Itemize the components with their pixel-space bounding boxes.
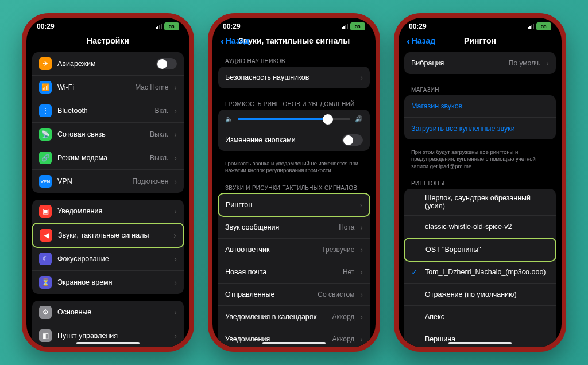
row-label: Звуки, тактильные сигналы: [58, 231, 168, 239]
row-value: Нет: [343, 268, 354, 276]
sound-store-link[interactable]: Магазин звуков: [404, 95, 556, 118]
row-label: Автоответчик: [225, 246, 316, 254]
row-icon: ◀: [40, 229, 52, 242]
settings-row[interactable]: 📡Сотовая связьВыкл.›: [32, 123, 184, 146]
signal-icon: [342, 24, 348, 29]
toggle[interactable]: [156, 58, 177, 69]
phone-sounds: 00:29 55 Назад Звуки, тактильные сигналы…: [208, 13, 380, 352]
change-with-buttons-row[interactable]: Изменение кнопками: [218, 129, 370, 151]
home-indicator[interactable]: [76, 342, 140, 344]
row-icon: ⋮: [39, 104, 52, 117]
row-value: Mac Home: [135, 83, 168, 91]
settings-row[interactable]: VPNVPNПодключен›: [32, 170, 184, 193]
settings-row[interactable]: ✈Авиарежим: [32, 52, 184, 76]
row-value: Подключен: [133, 177, 169, 185]
footnote: Громкость звонка и уведомлений не изменя…: [218, 158, 370, 179]
signal-icon: [156, 24, 162, 29]
section-label: МАГАЗИН: [404, 81, 556, 95]
row-value: Вкл.: [155, 107, 169, 115]
chevron-icon: ›: [174, 106, 177, 115]
row-icon: VPN: [39, 175, 52, 188]
volume-slider[interactable]: 🔈🔊: [218, 110, 370, 129]
chevron-icon: ›: [174, 177, 177, 186]
chevron-icon: ›: [174, 331, 177, 340]
sound-row[interactable]: АвтоответчикТрезвучие›: [218, 239, 370, 261]
home-indicator[interactable]: [262, 342, 326, 344]
chevron-icon: ›: [360, 73, 363, 82]
ringtone-row[interactable]: classic-whistle-old-spice-v2: [404, 216, 556, 238]
check-icon: ✓: [411, 267, 419, 277]
chevron-icon: ›: [360, 290, 363, 299]
settings-row[interactable]: ▣Уведомления›: [32, 200, 184, 223]
settings-row[interactable]: ⋮BluetoothВкл.›: [32, 99, 184, 123]
chevron-icon: ›: [174, 130, 177, 139]
ringtone-row[interactable]: OST "Воронины": [404, 238, 556, 262]
settings-row[interactable]: ◀Звуки, тактильные сигналы›: [32, 223, 184, 248]
settings-row[interactable]: 📶Wi-FiMac Home›: [32, 76, 184, 99]
chevron-icon: ›: [360, 312, 363, 321]
row-label: Новая почта: [225, 268, 337, 276]
settings-row[interactable]: ☾Фокусирование›: [32, 247, 184, 271]
settings-row[interactable]: ⚙Основные›: [32, 301, 184, 324]
home-indicator[interactable]: [448, 342, 512, 344]
chevron-icon: ›: [174, 153, 177, 162]
row-label: Отправленные: [225, 290, 312, 298]
chevron-icon: ›: [360, 223, 363, 232]
section-label: РИНГТОНЫ: [404, 174, 556, 189]
battery-icon: 55: [536, 22, 551, 30]
ringtone-row[interactable]: Шерлок, саундтрек обрезанный (усил): [404, 189, 556, 216]
ringtone-row[interactable]: Отражение (по умолчанию): [404, 284, 556, 306]
section-label: ЗВУКИ И РИСУНКИ ТАКТИЛЬНЫХ СИГНАЛОВ: [218, 179, 370, 193]
row-label: Уведомления: [57, 207, 168, 215]
settings-row[interactable]: ⏳Экранное время›: [32, 271, 184, 294]
row-icon: 📶: [39, 81, 52, 94]
row-value: Выкл.: [150, 130, 168, 138]
vibration-row[interactable]: ВибрацияПо умолч.›: [404, 52, 556, 74]
chevron-icon: ›: [359, 200, 362, 209]
download-purchased-link[interactable]: Загрузить все купленные звуки: [404, 118, 556, 139]
row-label: Сотовая связь: [57, 130, 144, 138]
row-label: Рингтон: [226, 201, 354, 209]
ringtone-label: Tom_i_Dzherri_Nachalo_(mp3co.ooo): [425, 268, 549, 276]
row-icon: 📡: [39, 128, 52, 141]
chevron-icon: ›: [174, 278, 177, 287]
sound-row[interactable]: Новая почтаНет›: [218, 261, 370, 284]
page-title: Настройки: [26, 33, 189, 51]
section-label: ГРОМКОСТЬ РИНГТОНОВ И УВЕДОМЛЕНИЙ: [218, 95, 370, 110]
toggle[interactable]: [342, 134, 363, 146]
row-icon: ☾: [39, 253, 52, 265]
back-button[interactable]: Назад: [220, 36, 249, 45]
battery-icon: 55: [350, 22, 365, 30]
row-label: Экранное время: [57, 278, 168, 286]
row-value: Аккорд: [332, 313, 355, 321]
row-label: Wi-Fi: [57, 83, 129, 91]
row-icon: ⚙: [39, 306, 52, 319]
sound-row[interactable]: ОтправленныеСо свистом›: [218, 284, 370, 306]
chevron-icon: ›: [174, 83, 177, 92]
headphone-safety-row[interactable]: Безопасность наушников›: [218, 67, 370, 88]
sound-row[interactable]: Уведомления в календаряхАккорд›: [218, 306, 370, 328]
row-icon: ◧: [39, 329, 52, 342]
row-label: Режим модема: [57, 154, 144, 162]
ringtone-row[interactable]: Вершина: [404, 328, 556, 347]
sound-row[interactable]: Рингтон›: [218, 193, 370, 217]
settings-row[interactable]: 🔗Режим модемаВыкл.›: [32, 146, 184, 170]
page-title: Рингтон: [464, 36, 496, 45]
ringtone-row[interactable]: Апекс: [404, 306, 556, 328]
row-value: Со свистом: [318, 290, 354, 298]
chevron-icon: ›: [360, 245, 363, 254]
row-icon: 🔗: [39, 152, 52, 164]
chevron-icon: ›: [173, 231, 176, 240]
chevron-icon: ›: [360, 267, 363, 277]
volume-high-icon: 🔊: [355, 115, 363, 123]
back-button[interactable]: Назад: [407, 36, 435, 45]
sound-row[interactable]: УведомленияАккорд›: [218, 328, 370, 347]
row-label: Пункт управления: [57, 332, 168, 340]
phone-ringtone: 00:29 55 Назад Рингтон ВибрацияПо умолч.…: [394, 13, 566, 352]
ringtone-label: classic-whistle-old-spice-v2: [425, 223, 549, 231]
row-label: Звук сообщения: [225, 223, 333, 231]
row-icon: ⏳: [39, 276, 52, 289]
row-icon: ▣: [39, 205, 52, 218]
sound-row[interactable]: Звук сообщенияНота›: [218, 216, 370, 239]
ringtone-row[interactable]: ✓Tom_i_Dzherri_Nachalo_(mp3co.ooo): [404, 261, 556, 284]
